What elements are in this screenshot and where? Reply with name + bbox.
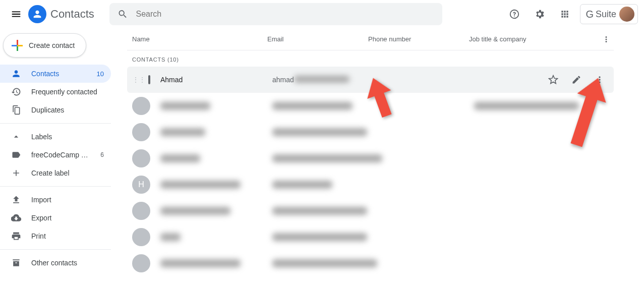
sidebar-label-freecodecamp[interactable]: freeCodeCamp core t... 6 [0, 146, 111, 164]
upload-icon [11, 195, 21, 205]
app-header: Contacts G Suite [0, 0, 644, 28]
contact-name-redacted: ████ [160, 233, 181, 241]
apps-grid-icon [560, 9, 570, 19]
archive-icon [11, 258, 21, 268]
search-bar[interactable] [109, 3, 442, 25]
contact-email-redacted: ██████████████████████ [272, 154, 382, 162]
contact-name-redacted: ██████████████ [160, 207, 230, 215]
sidebar: Create contact Contacts 10 Frequently co… [0, 28, 123, 283]
plus-small-icon [11, 168, 21, 178]
contact-email-redacted: ███████████████████ [272, 128, 367, 136]
table-row[interactable]: H ████████████████ ████████████ [127, 172, 614, 198]
sidebar-create-label[interactable]: Create label [0, 164, 111, 182]
contact-avatar [132, 149, 150, 167]
column-settings-button[interactable] [599, 29, 614, 49]
contact-email: ahmad [272, 76, 294, 84]
gear-icon [534, 9, 545, 20]
chevron-up-icon [11, 132, 21, 142]
label-icon [11, 150, 21, 160]
help-button[interactable] [504, 4, 524, 24]
settings-button[interactable] [530, 4, 550, 24]
hamburger-menu-button[interactable] [6, 4, 26, 24]
create-contact-button[interactable]: Create contact [3, 33, 86, 58]
contacts-logo-icon [28, 5, 46, 23]
contact-email-redacted: ███████████████████ [272, 207, 367, 215]
contact-avatar [132, 202, 150, 220]
section-label-contacts: CONTACTS (10) [127, 50, 614, 67]
contact-avatar [132, 254, 150, 272]
divider [0, 123, 111, 124]
gsuite-account-switcher[interactable]: G Suite [580, 4, 638, 24]
gsuite-g: G [586, 9, 594, 20]
divider [0, 249, 111, 250]
table-row[interactable]: ████████ ██████████████████████ [127, 145, 614, 172]
app-logo[interactable]: Contacts [28, 5, 94, 23]
contact-name-redacted: ████████████████ [160, 259, 241, 267]
divider [0, 186, 111, 187]
main-content: Name Email Phone number Job title & comp… [123, 28, 644, 283]
contact-email-redacted: ███████████████████ [272, 233, 367, 241]
sidebar-item-duplicates[interactable]: Duplicates [0, 101, 111, 119]
contact-name-redacted: █████████ [160, 128, 205, 136]
contact-avatar [132, 97, 150, 115]
gsuite-suite: Suite [596, 9, 616, 20]
contact-name-redacted: ██████████ [160, 102, 210, 110]
search-icon [118, 9, 128, 20]
contact-name-redacted: ████████████████ [160, 181, 241, 189]
sidebar-item-contacts[interactable]: Contacts 10 [0, 65, 111, 83]
history-icon [11, 87, 21, 97]
print-icon [11, 231, 21, 241]
help-icon [509, 9, 520, 20]
plus-icon [12, 40, 23, 51]
column-header-email[interactable]: Email [267, 35, 368, 43]
contact-name-redacted: ████████ [160, 154, 200, 162]
table-row[interactable]: █████████ ███████████████████ [127, 119, 614, 145]
sidebar-import[interactable]: Import [0, 191, 111, 209]
contact-email-redacted: ████████████████ [272, 102, 353, 110]
table-row[interactable]: ██████████████ ███████████████████ [127, 198, 614, 224]
person-icon [11, 69, 21, 79]
apps-button[interactable] [555, 4, 575, 24]
column-header-name[interactable]: Name [127, 35, 267, 43]
star-button[interactable] [543, 70, 563, 90]
contact-avatar: H [132, 176, 150, 194]
cloud-download-icon [11, 213, 21, 223]
checkbox[interactable] [148, 75, 150, 84]
star-icon [548, 75, 558, 85]
app-title: Contacts [50, 8, 94, 21]
create-contact-label: Create contact [29, 41, 75, 49]
header-actions: G Suite [504, 4, 638, 24]
contact-email-redacted [294, 76, 349, 83]
drag-handle-icon[interactable]: ⋮⋮ [132, 76, 145, 84]
sidebar-export[interactable]: Export [0, 209, 111, 227]
row-select[interactable]: ⋮⋮ [132, 75, 150, 84]
contact-avatar [132, 123, 150, 141]
table-row[interactable]: ████ ███████████████████ [127, 224, 614, 250]
contact-name: Ahmad [160, 76, 183, 84]
contact-avatar [132, 228, 150, 246]
table-header: Name Email Phone number Job title & comp… [127, 28, 614, 50]
sidebar-labels-header[interactable]: Labels [0, 128, 111, 146]
sidebar-other-contacts[interactable]: Other contacts [0, 254, 111, 272]
menu-icon [11, 9, 22, 20]
contact-email-redacted: ████████████ [272, 181, 332, 189]
sidebar-print[interactable]: Print [0, 227, 111, 245]
sidebar-item-frequently-contacted[interactable]: Frequently contacted [0, 83, 111, 101]
more-vert-icon [602, 35, 611, 44]
search-input[interactable] [136, 10, 434, 19]
table-row[interactable]: ████████████████ █████████████████████ [127, 250, 614, 276]
column-header-phone[interactable]: Phone number [368, 35, 469, 43]
account-avatar[interactable] [619, 7, 634, 22]
column-header-job[interactable]: Job title & company [469, 35, 599, 43]
duplicates-icon [11, 105, 21, 115]
contact-email-redacted: █████████████████████ [272, 259, 377, 267]
contact-job-redacted: █████████████████████ [474, 102, 579, 110]
